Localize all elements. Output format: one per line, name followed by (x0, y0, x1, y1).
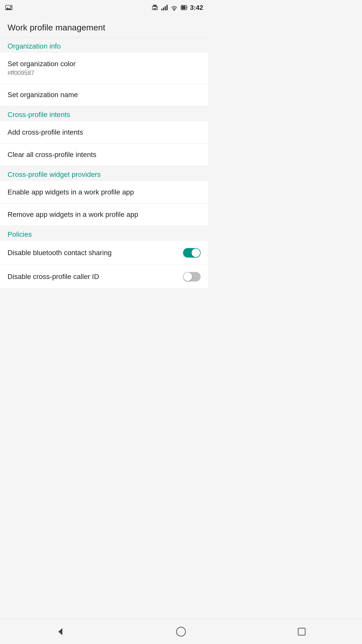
set-org-name-item[interactable]: Set organization name (0, 84, 208, 106)
set-org-color-subtitle: #ff009587 (8, 69, 76, 76)
disable-cross-profile-caller-toggle-thumb (184, 272, 192, 281)
gallery-icon (5, 4, 13, 11)
section-organization-info-label: Organization info (8, 42, 61, 50)
section-organization-info: Organization info (0, 38, 208, 53)
set-org-name-text: Set organization name (8, 91, 78, 99)
disable-bluetooth-title: Disable bluetooth contact sharing (8, 249, 112, 257)
disable-bluetooth-toggle-thumb (192, 249, 200, 257)
section-cross-profile-intents-label: Cross-profile intents (8, 111, 70, 118)
svg-rect-10 (166, 5, 168, 10)
status-bar-right: 3:42 (151, 4, 203, 12)
clear-cross-profile-text: Clear all cross-profile intents (8, 151, 96, 159)
svg-rect-7 (161, 9, 162, 10)
add-cross-profile-title: Add cross-profile intents (8, 128, 83, 136)
svg-rect-14 (187, 7, 187, 9)
disable-bluetooth-item[interactable]: Disable bluetooth contact sharing (0, 241, 208, 265)
battery-icon (180, 4, 188, 11)
time-display: 3:42 (190, 4, 203, 12)
status-bar-left (5, 4, 13, 11)
disable-bluetooth-text: Disable bluetooth contact sharing (8, 249, 112, 257)
enable-app-widgets-item[interactable]: Enable app widgets in a work profile app (0, 181, 208, 204)
section-cross-profile-intents: Cross-profile intents (0, 106, 208, 121)
signal-icon (161, 4, 168, 11)
set-org-color-item[interactable]: Set organization color #ff009587 (0, 53, 208, 84)
section-policies: Policies (0, 226, 208, 241)
svg-rect-8 (163, 8, 164, 10)
section-cross-profile-widget-label: Cross-profile widget providers (8, 171, 101, 178)
status-bar: 3:42 (0, 0, 208, 15)
remove-app-widgets-text: Remove app widgets in a work profile app (8, 211, 138, 219)
add-cross-profile-text: Add cross-profile intents (8, 128, 83, 136)
disable-cross-profile-caller-item[interactable]: Disable cross-profile caller ID (0, 265, 208, 289)
set-org-color-text: Set organization color #ff009587 (8, 60, 76, 76)
disable-cross-profile-caller-toggle[interactable] (183, 272, 201, 281)
svg-rect-13 (182, 6, 186, 9)
section-policies-label: Policies (8, 230, 32, 238)
svg-rect-4 (153, 5, 157, 7)
svg-marker-1 (6, 7, 12, 10)
clear-cross-profile-title: Clear all cross-profile intents (8, 151, 96, 159)
add-cross-profile-item[interactable]: Add cross-profile intents (0, 121, 208, 144)
page-title: Work profile management (8, 23, 201, 32)
svg-rect-9 (165, 6, 166, 10)
set-org-color-title: Set organization color (8, 60, 76, 68)
disable-cross-profile-caller-text: Disable cross-profile caller ID (8, 273, 99, 281)
svg-point-11 (173, 10, 175, 11)
svg-point-6 (156, 7, 157, 8)
wifi-icon (170, 4, 178, 11)
print-icon (151, 4, 158, 11)
remove-app-widgets-item[interactable]: Remove app widgets in a work profile app (0, 204, 208, 226)
enable-app-widgets-text: Enable app widgets in a work profile app (8, 188, 134, 196)
enable-app-widgets-title: Enable app widgets in a work profile app (8, 188, 134, 196)
page-title-bar: Work profile management (0, 15, 208, 38)
svg-rect-5 (153, 8, 156, 9)
clear-cross-profile-item[interactable]: Clear all cross-profile intents (0, 144, 208, 166)
disable-cross-profile-caller-title: Disable cross-profile caller ID (8, 273, 99, 281)
set-org-name-title: Set organization name (8, 91, 78, 99)
disable-bluetooth-toggle[interactable] (183, 248, 201, 258)
svg-point-2 (10, 6, 12, 8)
section-cross-profile-widget: Cross-profile widget providers (0, 166, 208, 181)
remove-app-widgets-title: Remove app widgets in a work profile app (8, 211, 138, 219)
